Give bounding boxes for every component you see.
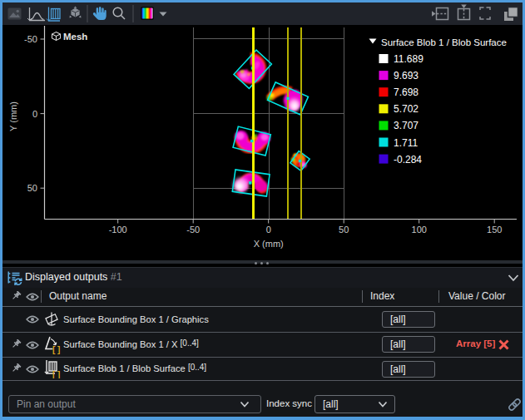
svg-text:-50: -50 [24,34,37,44]
svg-text:100: 100 [412,225,427,235]
svg-text:3.707: 3.707 [394,120,419,131]
svg-text:7.698: 7.698 [394,86,419,98]
svg-text:5.702: 5.702 [394,103,419,115]
svg-text:-100: -100 [109,225,127,235]
svg-text:11.689: 11.689 [394,53,423,65]
svg-text:Surface Blob 1 / Blob Surface: Surface Blob 1 / Blob Surface [381,37,507,47]
svg-text:50: 50 [27,183,37,193]
svg-text:0: 0 [32,109,37,119]
svg-text:[ ]: [ ] [52,345,60,354]
svg-text:150: 150 [487,225,502,235]
svg-text:Mesh: Mesh [63,32,87,42]
svg-text:0: 0 [266,225,271,235]
svg-text:X (mm): X (mm) [254,239,284,249]
svg-text:1.711: 1.711 [394,137,418,149]
svg-text:-0.284: -0.284 [394,154,422,166]
svg-text:[ ]: [ ] [52,370,60,378]
svg-text:-50: -50 [186,225,200,235]
svg-text:50: 50 [339,225,349,235]
svg-text:Y (mm): Y (mm) [8,101,18,131]
svg-text:9.693: 9.693 [394,70,419,82]
